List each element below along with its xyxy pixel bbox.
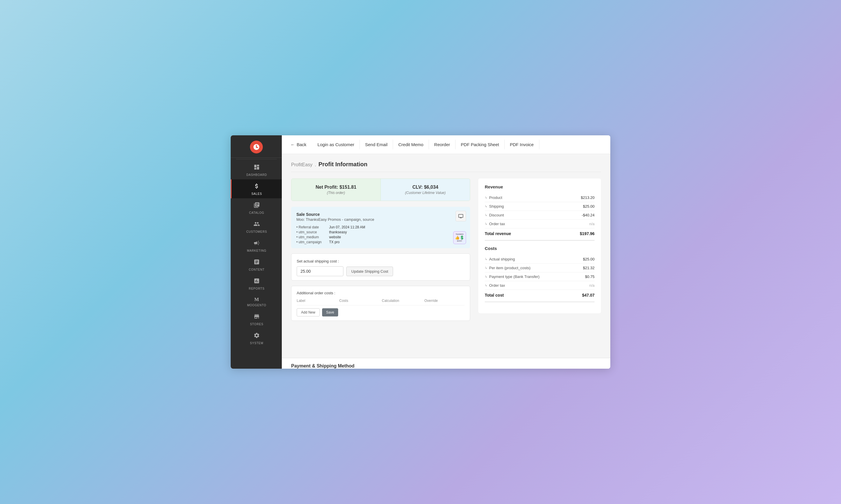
moogento-icon: M xyxy=(254,296,259,303)
source-row-utm-medium: • utm_medium website xyxy=(296,235,465,239)
costs-row-per-item: ↳ Per item (product_costs) $21.32 xyxy=(485,264,595,272)
revenue-row-shipping: ↳ Shipping $25.00 xyxy=(485,202,595,211)
pdf-invoice-button[interactable]: PDF Invoice xyxy=(504,140,539,149)
source-row-utm-campaign: • utm_campaign TX pro xyxy=(296,240,465,244)
content-icon xyxy=(254,259,260,267)
sale-source-sub: Moo: ThanksEasy Promos - campaign, sourc… xyxy=(296,217,465,222)
reports-icon xyxy=(254,278,260,286)
revenue-row-ordertax: ↳ Order tax n/a xyxy=(485,220,595,228)
revenue-label-ordertax: ↳ Order tax xyxy=(485,222,505,226)
utm-medium-key: • utm_medium xyxy=(296,235,326,239)
col-label-header: Label xyxy=(297,299,337,303)
costs-table-header: Label Costs Calculation Override xyxy=(297,299,465,305)
sidebar-item-stores[interactable]: STORES xyxy=(231,310,282,329)
catalog-icon xyxy=(254,202,260,210)
sidebar-item-label-content: CONTENT xyxy=(249,268,264,271)
revenue-row-product: ↳ Product $213.20 xyxy=(485,193,595,202)
customers-icon xyxy=(254,221,260,229)
revenue-label-discount: ↳ Discount xyxy=(485,213,504,217)
two-col-layout: Net Profit: $151.81 (This order) CLV: $6… xyxy=(291,179,601,321)
clv-value: CLV: $6,034 xyxy=(386,185,465,190)
utm-campaign-val: TX pro xyxy=(329,240,340,244)
sidebar-item-label-reports: REPORTS xyxy=(249,287,264,290)
dashboard-icon xyxy=(254,164,260,172)
costs-value-per-item: $21.32 xyxy=(583,266,595,270)
main-content-area: ← Back Login as Customer Send Email Cred… xyxy=(282,135,610,369)
referral-date-val: Jun 07, 2024 11:28 AM xyxy=(329,225,365,229)
sale-source-box: Sale Source Moo: ThanksEasy Promos - cam… xyxy=(291,207,470,248)
sidebar-item-label-system: SYSTEM xyxy=(250,342,263,345)
save-button[interactable]: Save xyxy=(322,308,338,317)
sidebar-item-label-catalog: CATALOG xyxy=(249,211,264,214)
credit-memo-button[interactable]: Credit Memo xyxy=(393,140,429,149)
costs-label-actual-shipping: ↳ Actual shipping xyxy=(485,257,515,261)
revenue-total-row: Total revenue $197.96 xyxy=(485,228,595,241)
sidebar-item-system[interactable]: SYSTEM xyxy=(231,329,282,348)
page-title-row: ProfitEasy . Profit Information xyxy=(291,161,601,172)
costs-value-actual-shipping: $25.00 xyxy=(583,257,595,261)
sidebar-item-sales[interactable]: SALES xyxy=(231,179,282,198)
marketing-icon xyxy=(254,240,260,248)
revenue-row-discount: ↳ Discount -$40.24 xyxy=(485,211,595,220)
source-row-utm-source: • utm_source thankseasy xyxy=(296,230,465,234)
sidebar-item-content[interactable]: CONTENT xyxy=(231,255,282,274)
sidebar-item-customers[interactable]: CUSTOMERS xyxy=(231,217,282,236)
col-override-header: Override xyxy=(424,299,465,303)
costs-row-actual-shipping: ↳ Actual shipping $25.00 xyxy=(485,255,595,264)
sidebar-item-catalog[interactable]: CATALOG xyxy=(231,198,282,217)
costs-row-payment-type: ↳ Payment type (Bank Transfer) $0.75 xyxy=(485,272,595,281)
shipping-cost-input[interactable] xyxy=(297,266,343,276)
badge-line2: EASY xyxy=(457,240,462,242)
header-bar: ← Back Login as Customer Send Email Cred… xyxy=(282,135,610,154)
costs-section: Costs ↳ Actual shipping $25.00 ↳ xyxy=(485,246,595,302)
costs-label-payment-type: ↳ Payment type (Bank Transfer) xyxy=(485,274,539,279)
utm-source-key: • utm_source xyxy=(296,230,326,234)
net-profit-value: Net Profit: $151.81 xyxy=(297,185,375,190)
sidebar-item-dashboard[interactable]: DASHBOARD xyxy=(231,160,282,179)
sidebar-item-label-sales: SALES xyxy=(252,192,262,195)
sidebar-item-reports[interactable]: REPORTS xyxy=(231,274,282,293)
add-new-button[interactable]: Add New xyxy=(297,308,320,317)
revenue-value-ordertax: n/a xyxy=(589,222,595,226)
utm-campaign-key: • utm_campaign xyxy=(296,240,326,244)
send-email-button[interactable]: Send Email xyxy=(360,140,393,149)
utm-medium-val: website xyxy=(329,235,341,239)
revenue-label-product: ↳ Product xyxy=(485,195,502,200)
login-as-customer-button[interactable]: Login as Customer xyxy=(312,140,360,149)
sidebar-item-moogento[interactable]: M MOOGENTO xyxy=(231,293,282,310)
costs-value-payment-type: $0.75 xyxy=(585,274,595,279)
page-title: Profit Information xyxy=(318,161,367,168)
sidebar-item-marketing[interactable]: MARKETING xyxy=(231,236,282,255)
back-arrow-icon: ← xyxy=(291,142,295,147)
costs-total-value: $47.07 xyxy=(582,293,595,298)
update-shipping-button[interactable]: Update Shipping Cost xyxy=(346,267,393,276)
net-profit-sub: (This order) xyxy=(297,191,375,195)
monitor-icon[interactable] xyxy=(456,211,466,221)
shipping-cost-label: Set actual shipping cost : xyxy=(297,259,465,263)
revenue-value-product: $213.20 xyxy=(581,195,595,200)
reorder-button[interactable]: Reorder xyxy=(429,140,456,149)
col-costs-header: Costs xyxy=(339,299,380,303)
shipping-cost-box: Set actual shipping cost : Update Shippi… xyxy=(291,253,470,281)
costs-value-ordertax: n/a xyxy=(589,283,595,288)
sales-icon xyxy=(254,183,260,191)
sidebar: DASHBOARD SALES CATALOG CUSTOMERS MARKET xyxy=(231,135,282,369)
referral-date-key: • Referral date xyxy=(296,225,326,229)
col-calculation-header: Calculation xyxy=(382,299,422,303)
costs-actions: Add New Save xyxy=(297,308,465,317)
stores-icon xyxy=(254,313,260,321)
back-button[interactable]: ← Back xyxy=(291,142,306,147)
bottom-section-title: Payment & Shipping Method xyxy=(291,363,601,369)
logo-icon xyxy=(250,141,263,154)
pdf-packing-sheet-button[interactable]: PDF Packing Sheet xyxy=(456,140,504,149)
sidebar-item-label-dashboard: DASHBOARD xyxy=(246,173,267,177)
clv-sub: (Customer Lifetime Value) xyxy=(386,191,465,195)
bottom-section: Payment & Shipping Method xyxy=(282,358,610,369)
profit-cards: Net Profit: $151.81 (This order) CLV: $6… xyxy=(291,179,470,201)
page-title-prefix: ProfitEasy xyxy=(291,162,312,167)
costs-total-row: Total cost $47.07 xyxy=(485,290,595,302)
sidebar-item-label-stores: STORES xyxy=(250,323,263,326)
costs-row-ordertax: ↳ Order tax n/a xyxy=(485,281,595,290)
revenue-label-shipping: ↳ Shipping xyxy=(485,204,504,209)
sidebar-item-label-customers: CUSTOMERS xyxy=(246,230,267,233)
